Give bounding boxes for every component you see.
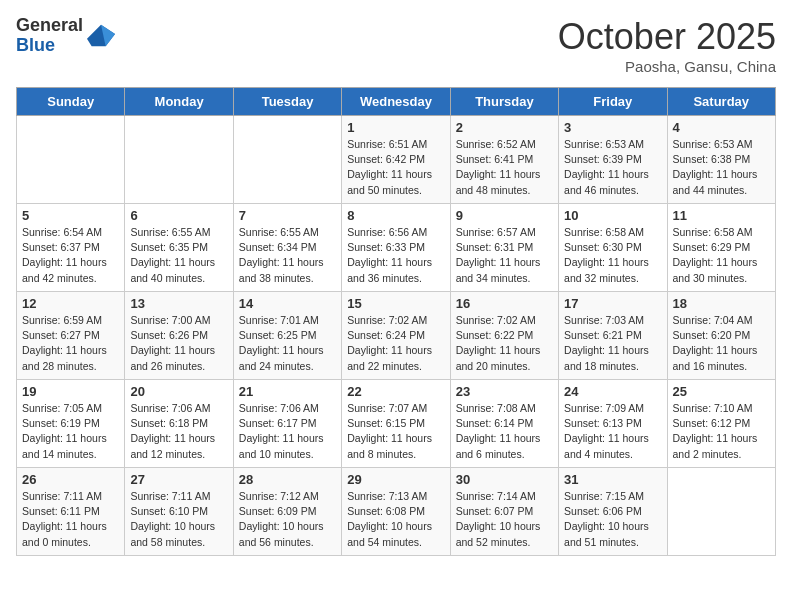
day-number: 4 (673, 120, 770, 135)
page-container: General Blue October 2025 Paosha, Gansu,… (0, 0, 792, 566)
day-info: Sunrise: 7:12 AM Sunset: 6:09 PM Dayligh… (239, 489, 336, 550)
day-info: Sunrise: 7:13 AM Sunset: 6:08 PM Dayligh… (347, 489, 444, 550)
day-info: Sunrise: 6:55 AM Sunset: 6:34 PM Dayligh… (239, 225, 336, 286)
table-row (125, 116, 233, 204)
day-info: Sunrise: 7:06 AM Sunset: 6:18 PM Dayligh… (130, 401, 227, 462)
day-number: 27 (130, 472, 227, 487)
day-number: 11 (673, 208, 770, 223)
day-number: 5 (22, 208, 119, 223)
day-number: 7 (239, 208, 336, 223)
day-info: Sunrise: 6:58 AM Sunset: 6:29 PM Dayligh… (673, 225, 770, 286)
table-row: 13Sunrise: 7:00 AM Sunset: 6:26 PM Dayli… (125, 292, 233, 380)
table-row: 9Sunrise: 6:57 AM Sunset: 6:31 PM Daylig… (450, 204, 558, 292)
day-number: 20 (130, 384, 227, 399)
calendar-week-2: 5Sunrise: 6:54 AM Sunset: 6:37 PM Daylig… (17, 204, 776, 292)
day-info: Sunrise: 6:53 AM Sunset: 6:39 PM Dayligh… (564, 137, 661, 198)
table-row (17, 116, 125, 204)
table-row: 29Sunrise: 7:13 AM Sunset: 6:08 PM Dayli… (342, 468, 450, 556)
table-row: 19Sunrise: 7:05 AM Sunset: 6:19 PM Dayli… (17, 380, 125, 468)
day-info: Sunrise: 7:07 AM Sunset: 6:15 PM Dayligh… (347, 401, 444, 462)
day-info: Sunrise: 7:04 AM Sunset: 6:20 PM Dayligh… (673, 313, 770, 374)
col-saturday: Saturday (667, 88, 775, 116)
day-number: 29 (347, 472, 444, 487)
page-header: General Blue October 2025 Paosha, Gansu,… (16, 16, 776, 75)
day-info: Sunrise: 6:52 AM Sunset: 6:41 PM Dayligh… (456, 137, 553, 198)
col-thursday: Thursday (450, 88, 558, 116)
logo-icon (87, 20, 115, 48)
col-monday: Monday (125, 88, 233, 116)
day-info: Sunrise: 7:09 AM Sunset: 6:13 PM Dayligh… (564, 401, 661, 462)
calendar-week-5: 26Sunrise: 7:11 AM Sunset: 6:11 PM Dayli… (17, 468, 776, 556)
day-info: Sunrise: 7:02 AM Sunset: 6:24 PM Dayligh… (347, 313, 444, 374)
day-number: 24 (564, 384, 661, 399)
day-info: Sunrise: 7:06 AM Sunset: 6:17 PM Dayligh… (239, 401, 336, 462)
table-row: 24Sunrise: 7:09 AM Sunset: 6:13 PM Dayli… (559, 380, 667, 468)
col-tuesday: Tuesday (233, 88, 341, 116)
table-row: 30Sunrise: 7:14 AM Sunset: 6:07 PM Dayli… (450, 468, 558, 556)
day-number: 10 (564, 208, 661, 223)
day-number: 9 (456, 208, 553, 223)
table-row: 15Sunrise: 7:02 AM Sunset: 6:24 PM Dayli… (342, 292, 450, 380)
day-info: Sunrise: 7:03 AM Sunset: 6:21 PM Dayligh… (564, 313, 661, 374)
day-info: Sunrise: 6:54 AM Sunset: 6:37 PM Dayligh… (22, 225, 119, 286)
day-number: 6 (130, 208, 227, 223)
table-row: 7Sunrise: 6:55 AM Sunset: 6:34 PM Daylig… (233, 204, 341, 292)
day-number: 22 (347, 384, 444, 399)
table-row: 21Sunrise: 7:06 AM Sunset: 6:17 PM Dayli… (233, 380, 341, 468)
title-block: October 2025 Paosha, Gansu, China (558, 16, 776, 75)
col-wednesday: Wednesday (342, 88, 450, 116)
table-row: 27Sunrise: 7:11 AM Sunset: 6:10 PM Dayli… (125, 468, 233, 556)
calendar-week-1: 1Sunrise: 6:51 AM Sunset: 6:42 PM Daylig… (17, 116, 776, 204)
location: Paosha, Gansu, China (558, 58, 776, 75)
table-row (667, 468, 775, 556)
table-row: 18Sunrise: 7:04 AM Sunset: 6:20 PM Dayli… (667, 292, 775, 380)
logo-general: General (16, 16, 83, 36)
day-info: Sunrise: 7:05 AM Sunset: 6:19 PM Dayligh… (22, 401, 119, 462)
day-info: Sunrise: 6:59 AM Sunset: 6:27 PM Dayligh… (22, 313, 119, 374)
table-row: 31Sunrise: 7:15 AM Sunset: 6:06 PM Dayli… (559, 468, 667, 556)
table-row: 6Sunrise: 6:55 AM Sunset: 6:35 PM Daylig… (125, 204, 233, 292)
table-row: 23Sunrise: 7:08 AM Sunset: 6:14 PM Dayli… (450, 380, 558, 468)
day-number: 28 (239, 472, 336, 487)
day-number: 18 (673, 296, 770, 311)
table-row (233, 116, 341, 204)
table-row: 22Sunrise: 7:07 AM Sunset: 6:15 PM Dayli… (342, 380, 450, 468)
day-info: Sunrise: 6:55 AM Sunset: 6:35 PM Dayligh… (130, 225, 227, 286)
table-row: 20Sunrise: 7:06 AM Sunset: 6:18 PM Dayli… (125, 380, 233, 468)
col-sunday: Sunday (17, 88, 125, 116)
day-info: Sunrise: 7:11 AM Sunset: 6:11 PM Dayligh… (22, 489, 119, 550)
month-title: October 2025 (558, 16, 776, 58)
day-number: 23 (456, 384, 553, 399)
table-row: 26Sunrise: 7:11 AM Sunset: 6:11 PM Dayli… (17, 468, 125, 556)
day-info: Sunrise: 7:02 AM Sunset: 6:22 PM Dayligh… (456, 313, 553, 374)
table-row: 25Sunrise: 7:10 AM Sunset: 6:12 PM Dayli… (667, 380, 775, 468)
day-info: Sunrise: 7:15 AM Sunset: 6:06 PM Dayligh… (564, 489, 661, 550)
day-info: Sunrise: 7:01 AM Sunset: 6:25 PM Dayligh… (239, 313, 336, 374)
day-number: 13 (130, 296, 227, 311)
day-number: 31 (564, 472, 661, 487)
day-info: Sunrise: 7:11 AM Sunset: 6:10 PM Dayligh… (130, 489, 227, 550)
day-number: 25 (673, 384, 770, 399)
day-info: Sunrise: 6:58 AM Sunset: 6:30 PM Dayligh… (564, 225, 661, 286)
calendar-header-row: Sunday Monday Tuesday Wednesday Thursday… (17, 88, 776, 116)
calendar-table: Sunday Monday Tuesday Wednesday Thursday… (16, 87, 776, 556)
calendar-week-3: 12Sunrise: 6:59 AM Sunset: 6:27 PM Dayli… (17, 292, 776, 380)
day-number: 1 (347, 120, 444, 135)
logo-text: General Blue (16, 16, 83, 56)
logo: General Blue (16, 16, 115, 56)
table-row: 28Sunrise: 7:12 AM Sunset: 6:09 PM Dayli… (233, 468, 341, 556)
table-row: 11Sunrise: 6:58 AM Sunset: 6:29 PM Dayli… (667, 204, 775, 292)
table-row: 12Sunrise: 6:59 AM Sunset: 6:27 PM Dayli… (17, 292, 125, 380)
col-friday: Friday (559, 88, 667, 116)
logo-blue: Blue (16, 36, 83, 56)
table-row: 5Sunrise: 6:54 AM Sunset: 6:37 PM Daylig… (17, 204, 125, 292)
day-number: 8 (347, 208, 444, 223)
day-info: Sunrise: 6:53 AM Sunset: 6:38 PM Dayligh… (673, 137, 770, 198)
table-row: 3Sunrise: 6:53 AM Sunset: 6:39 PM Daylig… (559, 116, 667, 204)
day-number: 16 (456, 296, 553, 311)
day-number: 26 (22, 472, 119, 487)
table-row: 14Sunrise: 7:01 AM Sunset: 6:25 PM Dayli… (233, 292, 341, 380)
day-number: 19 (22, 384, 119, 399)
calendar-week-4: 19Sunrise: 7:05 AM Sunset: 6:19 PM Dayli… (17, 380, 776, 468)
table-row: 4Sunrise: 6:53 AM Sunset: 6:38 PM Daylig… (667, 116, 775, 204)
